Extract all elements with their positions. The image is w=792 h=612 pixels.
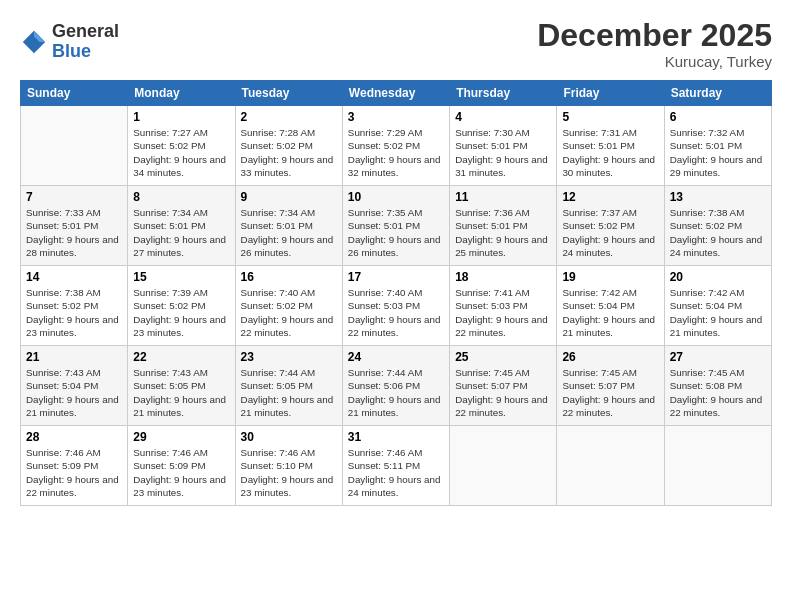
calendar-cell: 6Sunrise: 7:32 AMSunset: 5:01 PMDaylight… [664, 106, 771, 186]
week-row-4: 21Sunrise: 7:43 AMSunset: 5:04 PMDayligh… [21, 346, 772, 426]
column-header-tuesday: Tuesday [235, 81, 342, 106]
day-info: Sunrise: 7:35 AMSunset: 5:01 PMDaylight:… [348, 206, 444, 259]
day-number: 22 [133, 350, 229, 364]
day-info: Sunrise: 7:42 AMSunset: 5:04 PMDaylight:… [562, 286, 658, 339]
day-number: 9 [241, 190, 337, 204]
day-number: 14 [26, 270, 122, 284]
day-number: 24 [348, 350, 444, 364]
calendar-cell: 27Sunrise: 7:45 AMSunset: 5:08 PMDayligh… [664, 346, 771, 426]
calendar-cell: 12Sunrise: 7:37 AMSunset: 5:02 PMDayligh… [557, 186, 664, 266]
column-header-friday: Friday [557, 81, 664, 106]
week-row-3: 14Sunrise: 7:38 AMSunset: 5:02 PMDayligh… [21, 266, 772, 346]
calendar-cell: 2Sunrise: 7:28 AMSunset: 5:02 PMDaylight… [235, 106, 342, 186]
day-number: 23 [241, 350, 337, 364]
day-info: Sunrise: 7:34 AMSunset: 5:01 PMDaylight:… [133, 206, 229, 259]
day-info: Sunrise: 7:36 AMSunset: 5:01 PMDaylight:… [455, 206, 551, 259]
week-row-2: 7Sunrise: 7:33 AMSunset: 5:01 PMDaylight… [21, 186, 772, 266]
day-number: 5 [562, 110, 658, 124]
day-number: 13 [670, 190, 766, 204]
calendar-cell: 4Sunrise: 7:30 AMSunset: 5:01 PMDaylight… [450, 106, 557, 186]
day-number: 2 [241, 110, 337, 124]
calendar-cell: 8Sunrise: 7:34 AMSunset: 5:01 PMDaylight… [128, 186, 235, 266]
day-info: Sunrise: 7:46 AMSunset: 5:09 PMDaylight:… [133, 446, 229, 499]
calendar-cell: 19Sunrise: 7:42 AMSunset: 5:04 PMDayligh… [557, 266, 664, 346]
day-info: Sunrise: 7:43 AMSunset: 5:05 PMDaylight:… [133, 366, 229, 419]
calendar-cell [450, 426, 557, 506]
calendar-cell: 25Sunrise: 7:45 AMSunset: 5:07 PMDayligh… [450, 346, 557, 426]
calendar-cell: 5Sunrise: 7:31 AMSunset: 5:01 PMDaylight… [557, 106, 664, 186]
day-number: 25 [455, 350, 551, 364]
day-info: Sunrise: 7:38 AMSunset: 5:02 PMDaylight:… [26, 286, 122, 339]
day-number: 28 [26, 430, 122, 444]
calendar-cell: 18Sunrise: 7:41 AMSunset: 5:03 PMDayligh… [450, 266, 557, 346]
calendar-cell: 9Sunrise: 7:34 AMSunset: 5:01 PMDaylight… [235, 186, 342, 266]
calendar-cell [664, 426, 771, 506]
calendar-table: SundayMondayTuesdayWednesdayThursdayFrid… [20, 80, 772, 506]
calendar-cell: 23Sunrise: 7:44 AMSunset: 5:05 PMDayligh… [235, 346, 342, 426]
day-number: 20 [670, 270, 766, 284]
day-number: 7 [26, 190, 122, 204]
logo-text: General Blue [52, 22, 119, 62]
day-number: 10 [348, 190, 444, 204]
day-info: Sunrise: 7:42 AMSunset: 5:04 PMDaylight:… [670, 286, 766, 339]
calendar-cell: 14Sunrise: 7:38 AMSunset: 5:02 PMDayligh… [21, 266, 128, 346]
logo-blue: Blue [52, 42, 119, 62]
calendar-cell: 3Sunrise: 7:29 AMSunset: 5:02 PMDaylight… [342, 106, 449, 186]
day-number: 8 [133, 190, 229, 204]
day-number: 11 [455, 190, 551, 204]
day-info: Sunrise: 7:45 AMSunset: 5:07 PMDaylight:… [562, 366, 658, 419]
column-header-thursday: Thursday [450, 81, 557, 106]
calendar-cell: 17Sunrise: 7:40 AMSunset: 5:03 PMDayligh… [342, 266, 449, 346]
day-number: 26 [562, 350, 658, 364]
header-row: SundayMondayTuesdayWednesdayThursdayFrid… [21, 81, 772, 106]
day-number: 29 [133, 430, 229, 444]
calendar-cell: 22Sunrise: 7:43 AMSunset: 5:05 PMDayligh… [128, 346, 235, 426]
day-info: Sunrise: 7:45 AMSunset: 5:07 PMDaylight:… [455, 366, 551, 419]
day-info: Sunrise: 7:44 AMSunset: 5:05 PMDaylight:… [241, 366, 337, 419]
day-number: 6 [670, 110, 766, 124]
calendar-cell: 1Sunrise: 7:27 AMSunset: 5:02 PMDaylight… [128, 106, 235, 186]
day-info: Sunrise: 7:41 AMSunset: 5:03 PMDaylight:… [455, 286, 551, 339]
logo-general: General [52, 22, 119, 42]
month-title: December 2025 [537, 18, 772, 53]
calendar-cell: 31Sunrise: 7:46 AMSunset: 5:11 PMDayligh… [342, 426, 449, 506]
calendar-cell: 21Sunrise: 7:43 AMSunset: 5:04 PMDayligh… [21, 346, 128, 426]
logo-icon [20, 28, 48, 56]
day-info: Sunrise: 7:28 AMSunset: 5:02 PMDaylight:… [241, 126, 337, 179]
day-info: Sunrise: 7:46 AMSunset: 5:11 PMDaylight:… [348, 446, 444, 499]
column-header-monday: Monday [128, 81, 235, 106]
day-info: Sunrise: 7:34 AMSunset: 5:01 PMDaylight:… [241, 206, 337, 259]
day-info: Sunrise: 7:43 AMSunset: 5:04 PMDaylight:… [26, 366, 122, 419]
calendar-cell: 26Sunrise: 7:45 AMSunset: 5:07 PMDayligh… [557, 346, 664, 426]
day-info: Sunrise: 7:31 AMSunset: 5:01 PMDaylight:… [562, 126, 658, 179]
calendar-cell: 7Sunrise: 7:33 AMSunset: 5:01 PMDaylight… [21, 186, 128, 266]
day-info: Sunrise: 7:33 AMSunset: 5:01 PMDaylight:… [26, 206, 122, 259]
day-info: Sunrise: 7:45 AMSunset: 5:08 PMDaylight:… [670, 366, 766, 419]
calendar-cell: 28Sunrise: 7:46 AMSunset: 5:09 PMDayligh… [21, 426, 128, 506]
day-number: 19 [562, 270, 658, 284]
calendar-cell [557, 426, 664, 506]
day-info: Sunrise: 7:29 AMSunset: 5:02 PMDaylight:… [348, 126, 444, 179]
calendar-cell: 15Sunrise: 7:39 AMSunset: 5:02 PMDayligh… [128, 266, 235, 346]
calendar-cell [21, 106, 128, 186]
day-info: Sunrise: 7:38 AMSunset: 5:02 PMDaylight:… [670, 206, 766, 259]
day-number: 31 [348, 430, 444, 444]
calendar-cell: 16Sunrise: 7:40 AMSunset: 5:02 PMDayligh… [235, 266, 342, 346]
day-info: Sunrise: 7:37 AMSunset: 5:02 PMDaylight:… [562, 206, 658, 259]
header: General Blue December 2025 Kurucay, Turk… [20, 18, 772, 70]
day-info: Sunrise: 7:30 AMSunset: 5:01 PMDaylight:… [455, 126, 551, 179]
calendar-cell: 20Sunrise: 7:42 AMSunset: 5:04 PMDayligh… [664, 266, 771, 346]
column-header-wednesday: Wednesday [342, 81, 449, 106]
day-number: 18 [455, 270, 551, 284]
day-number: 16 [241, 270, 337, 284]
day-number: 1 [133, 110, 229, 124]
day-number: 21 [26, 350, 122, 364]
day-number: 27 [670, 350, 766, 364]
week-row-1: 1Sunrise: 7:27 AMSunset: 5:02 PMDaylight… [21, 106, 772, 186]
day-number: 4 [455, 110, 551, 124]
day-info: Sunrise: 7:27 AMSunset: 5:02 PMDaylight:… [133, 126, 229, 179]
calendar-cell: 29Sunrise: 7:46 AMSunset: 5:09 PMDayligh… [128, 426, 235, 506]
day-info: Sunrise: 7:40 AMSunset: 5:03 PMDaylight:… [348, 286, 444, 339]
column-header-saturday: Saturday [664, 81, 771, 106]
day-info: Sunrise: 7:40 AMSunset: 5:02 PMDaylight:… [241, 286, 337, 339]
